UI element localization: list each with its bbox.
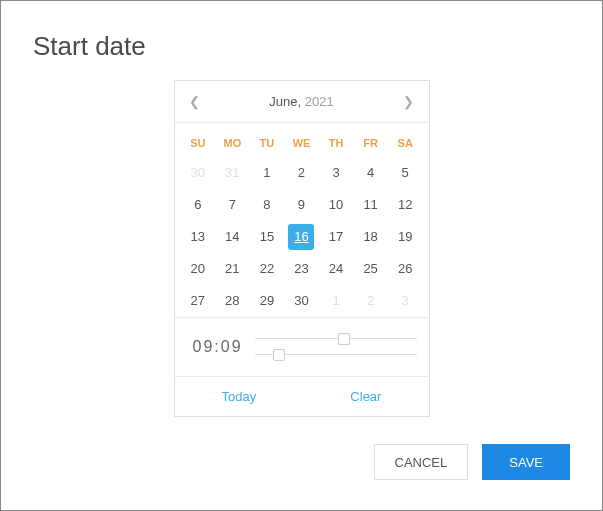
- calendar-day[interactable]: 2: [358, 288, 384, 314]
- minute-slider-thumb[interactable]: [273, 349, 285, 361]
- hour-slider-thumb[interactable]: [338, 333, 350, 345]
- year-label: 2021: [305, 94, 334, 109]
- calendar-day[interactable]: 13: [185, 224, 211, 250]
- calendar-day[interactable]: 31: [219, 160, 245, 186]
- calendar-day[interactable]: 9: [288, 192, 314, 218]
- calendar-day[interactable]: 23: [288, 256, 314, 282]
- time-display: 09:09: [193, 338, 243, 356]
- next-month-icon[interactable]: ❯: [400, 94, 416, 109]
- calendar-day[interactable]: 15: [254, 224, 280, 250]
- calendar-header: ❮ June, 2021 ❯: [175, 81, 429, 123]
- time-selector: 09:09: [175, 317, 429, 376]
- calendar-day[interactable]: 19: [392, 224, 418, 250]
- calendar-day[interactable]: 26: [392, 256, 418, 282]
- calendar-day[interactable]: 12: [392, 192, 418, 218]
- calendar-day[interactable]: 21: [219, 256, 245, 282]
- weekday-label: TU: [250, 137, 285, 149]
- calendar-week: 13141516171819: [175, 221, 429, 253]
- calendar-day[interactable]: 10: [323, 192, 349, 218]
- calendar-day[interactable]: 6: [185, 192, 211, 218]
- cancel-button[interactable]: CANCEL: [374, 444, 469, 480]
- clear-link[interactable]: Clear: [350, 389, 381, 404]
- calendar-day[interactable]: 3: [323, 160, 349, 186]
- calendar-day[interactable]: 20: [185, 256, 211, 282]
- weekday-label: FR: [353, 137, 388, 149]
- calendar-day[interactable]: 27: [185, 288, 211, 314]
- hour-slider[interactable]: [255, 334, 417, 344]
- minute-slider[interactable]: [255, 350, 417, 360]
- calendar-day[interactable]: 22: [254, 256, 280, 282]
- dialog-actions: CANCEL SAVE: [374, 444, 570, 480]
- weekday-label: TH: [319, 137, 354, 149]
- weekday-label: MO: [215, 137, 250, 149]
- dialog-title: Start date: [33, 31, 570, 62]
- calendar-day[interactable]: 18: [358, 224, 384, 250]
- calendar-day[interactable]: 29: [254, 288, 280, 314]
- calendar-day[interactable]: 11: [358, 192, 384, 218]
- calendar-day[interactable]: 4: [358, 160, 384, 186]
- calendar-day[interactable]: 28: [219, 288, 245, 314]
- calendar-day[interactable]: 7: [219, 192, 245, 218]
- calendar-day[interactable]: 8: [254, 192, 280, 218]
- calendar-week: 6789101112: [175, 189, 429, 221]
- month-year-label[interactable]: June, 2021: [269, 94, 333, 109]
- today-link[interactable]: Today: [222, 389, 257, 404]
- calendar-day[interactable]: 16: [288, 224, 314, 250]
- month-label: June,: [269, 94, 301, 109]
- weekday-label: SA: [388, 137, 423, 149]
- picker-footer: Today Clear: [175, 376, 429, 416]
- calendar-day[interactable]: 1: [323, 288, 349, 314]
- weekday-header: SU MO TU WE TH FR SA: [175, 129, 429, 157]
- calendar-week: 303112345: [175, 157, 429, 189]
- prev-month-icon[interactable]: ❮: [187, 94, 203, 109]
- calendar-day[interactable]: 5: [392, 160, 418, 186]
- date-picker-dialog: Start date ❮ June, 2021 ❯ SU MO TU WE TH…: [1, 1, 602, 447]
- weekday-label: SU: [181, 137, 216, 149]
- calendar-day[interactable]: 17: [323, 224, 349, 250]
- weekday-label: WE: [284, 137, 319, 149]
- calendar-week: 20212223242526: [175, 253, 429, 285]
- calendar-day[interactable]: 30: [185, 160, 211, 186]
- calendar-day[interactable]: 3: [392, 288, 418, 314]
- calendar-day[interactable]: 30: [288, 288, 314, 314]
- calendar-week: 27282930123: [175, 285, 429, 317]
- time-sliders: [255, 328, 417, 366]
- calendar-day[interactable]: 24: [323, 256, 349, 282]
- save-button[interactable]: SAVE: [482, 444, 570, 480]
- calendar-day[interactable]: 14: [219, 224, 245, 250]
- calendar-day[interactable]: 2: [288, 160, 314, 186]
- calendar-grid: 3031123456789101112131415161718192021222…: [175, 157, 429, 317]
- calendar-picker: ❮ June, 2021 ❯ SU MO TU WE TH FR SA 3031…: [174, 80, 430, 417]
- calendar-day[interactable]: 25: [358, 256, 384, 282]
- calendar-day[interactable]: 1: [254, 160, 280, 186]
